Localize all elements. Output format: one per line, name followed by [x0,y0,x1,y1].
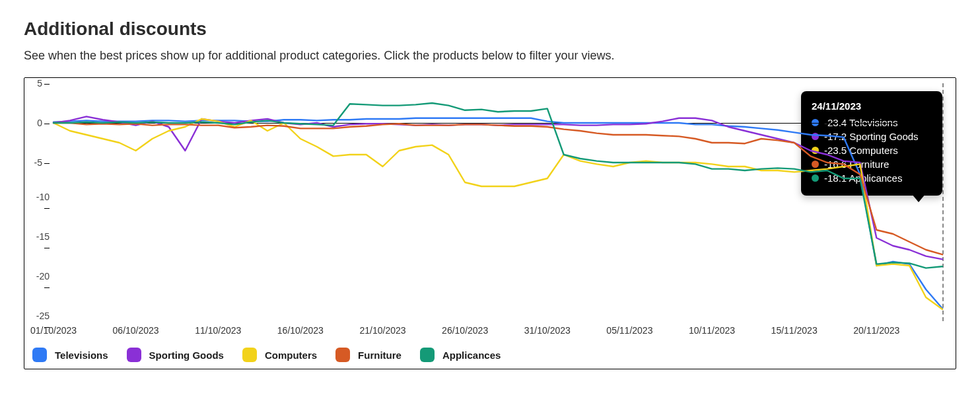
page-subtitle: See when the best prices show up for add… [24,49,956,63]
x-tick: 15/11/2023 [771,325,818,336]
chart-container: 24/11/2023 -23.4 Televisions-17.2 Sporti… [24,77,956,369]
legend-swatch-icon [127,348,141,362]
chart-svg [53,83,942,321]
legend-item[interactable]: Sporting Goods [127,348,224,362]
y-tick: -20 [30,271,50,292]
x-tick: 31/10/2023 [524,325,571,336]
legend-label: Sporting Goods [149,350,224,361]
legend-item[interactable]: Computers [242,348,317,362]
x-tick: 05/11/2023 [606,325,652,336]
legend-label: Furniture [358,350,402,361]
legend-swatch-icon [335,348,350,362]
legend-swatch-icon [32,348,47,362]
x-tick: 06/10/2023 [113,325,159,336]
legend-item[interactable]: Televisions [32,348,108,362]
x-tick: 11/10/2023 [195,325,241,336]
x-tick: 10/11/2023 [689,325,735,336]
hover-guideline [942,83,944,321]
series-line[interactable] [53,103,942,268]
y-tick: 0 [30,118,50,128]
x-tick: 16/10/2023 [277,325,324,336]
series-line[interactable] [53,116,942,259]
chart-plot-area[interactable]: 50-5-10-15-20-25 [53,83,942,321]
legend-item[interactable]: Furniture [335,348,402,362]
y-tick: -10 [30,192,50,213]
x-tick: 20/11/2023 [853,325,899,336]
y-tick: -15 [30,231,50,252]
x-tick: 21/10/2023 [359,325,405,336]
page-title: Additional discounts [24,19,956,40]
y-tick: -5 [30,157,50,168]
chart-legend: TelevisionsSporting GoodsComputersFurnit… [30,348,948,362]
legend-swatch-icon [420,348,435,362]
legend-swatch-icon [242,348,257,362]
x-tick: 01/10/2023 [30,325,77,336]
legend-label: Televisions [55,350,108,361]
legend-label: Applicances [442,350,501,361]
x-tick: 26/10/2023 [442,325,488,336]
y-tick: 5 [30,78,50,89]
legend-label: Computers [265,350,317,361]
chart-x-axis: 01/10/202306/10/202311/10/202316/10/2023… [53,325,942,338]
legend-item[interactable]: Applicances [420,348,501,362]
series-line[interactable] [53,123,942,254]
